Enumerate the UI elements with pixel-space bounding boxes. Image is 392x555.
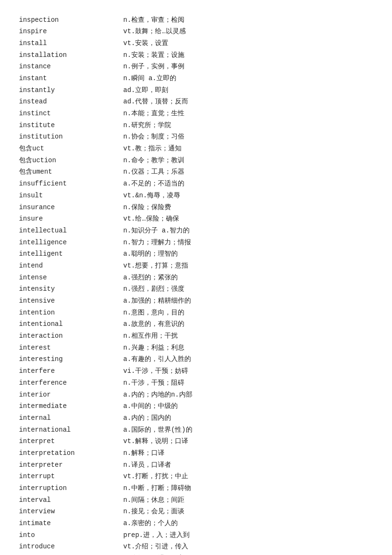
definition: vt.介绍；引进，传入: [123, 542, 373, 552]
word: institution: [19, 132, 123, 142]
list-item: 包含uctionn.命令；教学；教训: [19, 155, 373, 166]
definition: n.安装；装置；设施: [123, 50, 373, 61]
definition: n.知识分子 a.智力的: [123, 226, 373, 236]
word: insurance: [19, 203, 123, 213]
word: interest: [19, 343, 123, 353]
word: intense: [19, 273, 123, 283]
list-item: intimatea.亲密的；个人的: [19, 518, 373, 530]
definition: prep.进，入；进入到: [123, 530, 373, 541]
word: interfere: [19, 366, 123, 377]
list-item: interpretern.译员，口译者: [19, 459, 373, 471]
list-item: interpretvt.解释，说明；口译: [19, 436, 373, 448]
definition: n.间隔；休息；间距: [123, 495, 373, 506]
definition: vt.打断，打扰；中止: [123, 472, 373, 482]
list-item: insurevt.给…保险；确保: [19, 213, 373, 225]
list-item: internationala.国际的，世界(性)的: [19, 424, 373, 436]
word: institute: [19, 120, 123, 131]
definition: n.强烈，剧烈；强度: [123, 284, 373, 295]
list-item: interestinga.有趣的，引人入胜的: [19, 354, 373, 366]
word: international: [19, 425, 123, 435]
definition: a.内的；内地的n.内部: [123, 390, 373, 400]
definition: a.不足的；不适当的: [123, 179, 373, 189]
definition: n.仪器；工具；乐器: [123, 167, 373, 177]
word: introduce: [19, 542, 123, 552]
word: interpreter: [19, 460, 123, 471]
list-item: intelligencen.智力；理解力；情报: [19, 237, 373, 249]
list-item: installvt.安装，设置: [19, 37, 373, 49]
definition: n.干涉，干预；阻碍: [123, 378, 373, 388]
definition: a.故意的，有意识的: [123, 319, 373, 330]
definition: a.亲密的；个人的: [123, 518, 373, 529]
list-item: instinctn.本能；直觉；生性: [19, 108, 373, 120]
definition: n.兴趣；利益；利息: [123, 343, 373, 353]
word: intermediate: [19, 401, 123, 412]
word: insure: [19, 214, 123, 224]
word: intimate: [19, 518, 123, 529]
list-item: intoprep.进，入；进入到: [19, 529, 373, 541]
definition: n.瞬间 a.立即的: [123, 74, 373, 84]
word: intentional: [19, 319, 123, 330]
list-item: installationn.安装；装置；设施: [19, 49, 373, 61]
definition: n.智力；理解力；情报: [123, 238, 373, 248]
list-item: instituten.研究所；学院: [19, 120, 373, 131]
word: insufficient: [19, 179, 123, 189]
list-item: instantlyad.立即，即刻: [19, 84, 373, 96]
list-item: intentionala.故意的，有意识的: [19, 319, 373, 331]
list-item: introductionn.介绍；引进；引言: [19, 553, 373, 555]
definition: a.加强的；精耕细作的: [123, 296, 373, 306]
list-item: interferevi.干涉，干预；妨碍: [19, 366, 373, 378]
list-item: interferencen.干涉，干预；阻碍: [19, 377, 373, 389]
word: inspire: [19, 27, 123, 37]
list-item: 包含uctvt.教；指示；通知: [19, 143, 373, 155]
definition: a.聪明的；理智的: [123, 249, 373, 259]
word: instead: [19, 97, 123, 107]
word: intensity: [19, 284, 123, 295]
word: interpretation: [19, 448, 123, 459]
definition: n.本能；直觉；生性: [123, 109, 373, 119]
word: instantly: [19, 85, 123, 96]
list-item: intelligenta.聪明的；理智的: [19, 249, 373, 260]
definition: n.相互作用；干扰: [123, 331, 373, 342]
word: into: [19, 530, 123, 541]
list-item: interruptionn.中断，打断；障碍物: [19, 483, 373, 495]
word: insult: [19, 191, 123, 201]
word: interrupt: [19, 472, 123, 482]
list-item: intendvt.想要，打算；意指: [19, 260, 373, 272]
list-item: interruptvt.打断，打扰；中止: [19, 471, 373, 483]
list-item: interviewn.接见；会见；面谈: [19, 506, 373, 518]
word: interval: [19, 495, 123, 506]
word: interview: [19, 507, 123, 517]
word: intention: [19, 308, 123, 318]
definition: n.接见；会见；面谈: [123, 507, 373, 517]
definition: n.协会；制度；习俗: [123, 132, 373, 142]
definition: n.研究所；学院: [123, 120, 373, 131]
word: 包含ument: [19, 167, 123, 177]
word: 包含uction: [19, 156, 123, 166]
definition: vt.教；指示；通知: [123, 144, 373, 154]
word: install: [19, 38, 123, 49]
word: intend: [19, 261, 123, 271]
list-item: intellectualn.知识分子 a.智力的: [19, 225, 373, 237]
word: interference: [19, 378, 123, 388]
definition: a.中间的；中级的: [123, 401, 373, 412]
definition: n.解释；口译: [123, 448, 373, 459]
definition: vt.鼓舞；给…以灵感: [123, 27, 373, 37]
definition: a.有趣的，引人入胜的: [123, 354, 373, 365]
word: instance: [19, 62, 123, 72]
word: 包含uct: [19, 144, 123, 154]
definition: vt.安装，设置: [123, 38, 373, 49]
list-item: instancen.例子，实例，事例: [19, 61, 373, 73]
list-item: intervaln.间隔；休息；间距: [19, 494, 373, 506]
definition: n.例子，实例，事例: [123, 62, 373, 72]
list-item: insultvt.&n.侮辱，凌辱: [19, 190, 373, 202]
list-item: insurancen.保险；保险费: [19, 202, 373, 213]
list-item: interactionn.相互作用；干扰: [19, 331, 373, 342]
definition: n.保险；保险费: [123, 203, 373, 213]
list-item: intermediatea.中间的；中级的: [19, 401, 373, 413]
definition: a.国际的，世界(性)的: [123, 425, 373, 435]
list-item: internala.内的；国内的: [19, 412, 373, 424]
word: interesting: [19, 354, 123, 365]
word: instant: [19, 74, 123, 84]
list-item: introducevt.介绍；引进，传入: [19, 541, 373, 553]
word: interruption: [19, 483, 123, 494]
